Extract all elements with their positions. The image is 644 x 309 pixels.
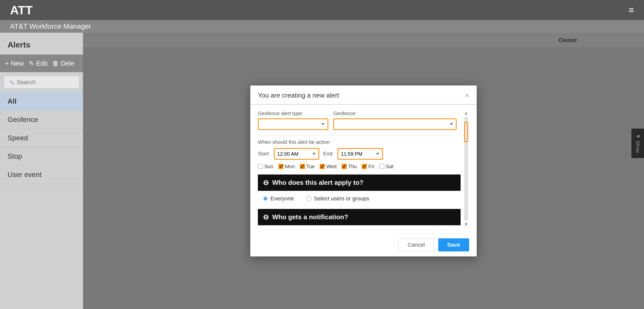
everyone-label: Everyone (270, 195, 294, 202)
edit-button[interactable]: ✎ Edit (29, 60, 47, 67)
day-sun: Sun (258, 164, 273, 169)
days-row: Sun Mon Tue (258, 164, 461, 169)
scroll-down-btn[interactable]: ▼ (464, 222, 468, 227)
form-divider (258, 135, 461, 135)
modal-title: You are creating a new alert (258, 92, 339, 99)
sidebar-item-stop[interactable]: Stop (0, 147, 83, 166)
select-users-label: Select users or groups (314, 195, 369, 202)
day-mon-checkbox[interactable] (278, 164, 284, 169)
day-thu-label: Thu (348, 164, 357, 169)
end-label: End: (323, 151, 334, 157)
geofence-group: Geofence: (333, 111, 457, 130)
when-active-label: When should this alert be active: (258, 139, 461, 145)
day-wed-label: Wed (326, 164, 337, 169)
delete-button[interactable]: 🗑 Dele (52, 60, 74, 67)
day-thu: Thu (342, 164, 357, 169)
day-thu-checkbox[interactable] (342, 164, 347, 169)
apply-section-header: ⊖ Who does this alert apply to? (258, 174, 461, 191)
new-button[interactable]: + New (5, 60, 24, 67)
scroll-track (464, 117, 468, 221)
day-fri-label: Fri (368, 164, 374, 169)
search-icon: 🔍 (9, 80, 14, 85)
main-layout: Alerts + New ✎ Edit 🗑 Dele 🔍 All Geofenc… (0, 33, 644, 309)
day-sun-label: Sun (264, 164, 273, 169)
modal-footer: Cancel Save (250, 233, 477, 256)
day-tue-label: Tue (306, 164, 315, 169)
geofence-type-label: Geofence alert type: (258, 111, 328, 116)
modal-overlay: You are creating a new alert × Geofence … (83, 33, 644, 309)
sub-header: AT&T Workforce Manager (0, 20, 644, 33)
start-label: Start: (258, 151, 270, 157)
apply-collapse-btn[interactable]: ⊖ (263, 179, 269, 187)
geofence-type-select[interactable] (258, 118, 328, 130)
geofence-select[interactable] (333, 118, 457, 130)
day-wed-checkbox[interactable] (320, 164, 325, 169)
apply-section-label: Who does this alert apply to? (272, 179, 364, 187)
content-area: Owner ◀ Show You are creating a new aler… (83, 33, 644, 309)
sidebar-title: Alerts (0, 40, 83, 55)
day-tue: Tue (300, 164, 315, 169)
day-sat: Sat (379, 164, 393, 169)
search-box: 🔍 (4, 76, 79, 89)
option-everyone: Everyone (263, 195, 294, 202)
radio-everyone[interactable] (263, 196, 268, 201)
day-fri-checkbox[interactable] (362, 164, 367, 169)
sidebar: Alerts + New ✎ Edit 🗑 Dele 🔍 All Geofenc… (0, 33, 83, 309)
cancel-button[interactable]: Cancel (398, 238, 434, 251)
toolbar: + New ✎ Edit 🗑 Dele (0, 55, 83, 72)
day-mon: Mon (278, 164, 295, 169)
scroll-up-btn[interactable]: ▲ (464, 111, 468, 116)
app-subtitle: AT&T Workforce Manager (10, 22, 91, 30)
app-logo: ATT (10, 3, 33, 17)
day-sun-checkbox[interactable] (258, 164, 263, 169)
notify-body: Send notifications to email addresses an… (258, 225, 461, 227)
option-select-users: Select users or groups (306, 195, 369, 202)
modal-body: Geofence alert type: Geofence: (250, 105, 477, 233)
modal-scrollbar: ▲ ▼ (463, 111, 469, 227)
geofence-type-group: Geofence alert type: (258, 111, 328, 130)
start-time-select[interactable]: 12:00 AM (274, 148, 319, 160)
end-time-select[interactable]: 11:59 PM (338, 148, 383, 160)
modal-header: You are creating a new alert × (250, 85, 477, 105)
radio-select-users[interactable] (306, 196, 311, 201)
search-input[interactable] (17, 79, 74, 86)
geofence-label: Geofence: (333, 111, 457, 116)
save-button[interactable]: Save (438, 238, 469, 251)
day-wed: Wed (320, 164, 337, 169)
menu-icon[interactable]: ≡ (629, 5, 634, 15)
day-sat-label: Sat (386, 164, 393, 169)
day-sat-checkbox[interactable] (379, 164, 384, 169)
sidebar-item-speed[interactable]: Speed (0, 129, 83, 147)
sidebar-item-all[interactable]: All (0, 92, 83, 111)
notify-collapse-btn[interactable]: ⊖ (263, 213, 269, 221)
modal-close-button[interactable]: × (465, 92, 469, 100)
notify-section-header: ⊖ Who gets a notification? (258, 209, 461, 225)
sidebar-item-user-event[interactable]: User event (0, 166, 83, 184)
apply-options-row: Everyone Select users or groups (258, 191, 461, 206)
notify-section-label: Who gets a notification? (272, 213, 348, 221)
modal-content: Geofence alert type: Geofence: (258, 111, 461, 227)
modal: You are creating a new alert × Geofence … (250, 85, 477, 256)
day-fri: Fri (362, 164, 374, 169)
sidebar-item-geofence[interactable]: Geofence (0, 111, 83, 129)
time-row: Start: 12:00 AM End: 11:59 PM (258, 148, 461, 160)
geofence-form-row: Geofence alert type: Geofence: (258, 111, 461, 130)
day-mon-label: Mon (285, 164, 295, 169)
day-tue-checkbox[interactable] (300, 164, 305, 169)
top-bar: ATT ≡ (0, 0, 644, 20)
scroll-thumb[interactable] (464, 122, 468, 142)
